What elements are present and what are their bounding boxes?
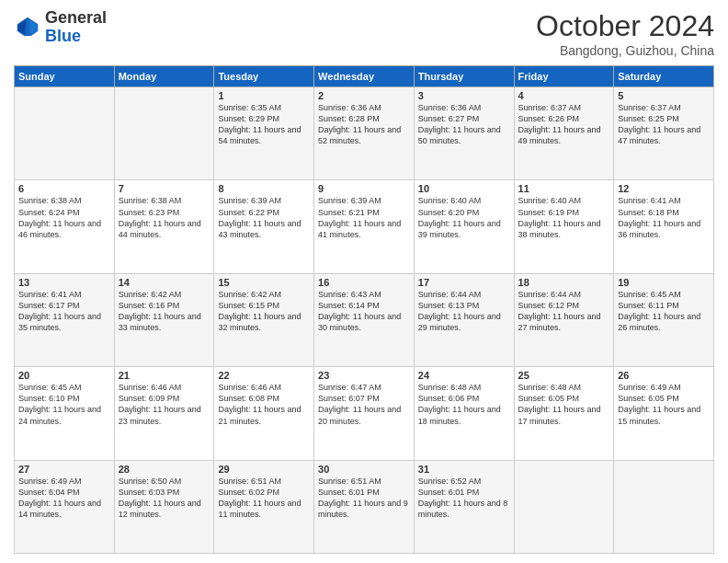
calendar-cell: 14Sunrise: 6:42 AM Sunset: 6:16 PM Dayli… (114, 273, 214, 366)
day-number: 15 (218, 277, 310, 288)
day-info: Sunrise: 6:45 AM Sunset: 6:10 PM Dayligh… (18, 382, 110, 427)
day-info: Sunrise: 6:42 AM Sunset: 6:16 PM Dayligh… (119, 289, 210, 334)
day-info: Sunrise: 6:36 AM Sunset: 6:27 PM Dayligh… (418, 102, 510, 147)
calendar-cell: 3Sunrise: 6:36 AM Sunset: 6:27 PM Daylig… (414, 87, 514, 180)
week-row-4: 27Sunrise: 6:49 AM Sunset: 6:04 PM Dayli… (15, 460, 714, 553)
calendar-cell: 10Sunrise: 6:40 AM Sunset: 6:20 PM Dayli… (414, 180, 514, 273)
calendar-cell: 1Sunrise: 6:35 AM Sunset: 6:29 PM Daylig… (214, 87, 314, 180)
day-info: Sunrise: 6:41 AM Sunset: 6:17 PM Dayligh… (18, 289, 110, 334)
day-number: 11 (518, 183, 610, 194)
calendar-cell: 9Sunrise: 6:39 AM Sunset: 6:21 PM Daylig… (314, 180, 415, 273)
day-number: 3 (418, 90, 510, 101)
day-info: Sunrise: 6:52 AM Sunset: 6:01 PM Dayligh… (418, 476, 510, 521)
day-header-wednesday: Wednesday (314, 66, 415, 87)
day-info: Sunrise: 6:40 AM Sunset: 6:19 PM Dayligh… (518, 195, 610, 240)
calendar-cell: 21Sunrise: 6:46 AM Sunset: 6:09 PM Dayli… (114, 367, 214, 460)
calendar-cell: 26Sunrise: 6:49 AM Sunset: 6:05 PM Dayli… (614, 367, 714, 460)
day-info: Sunrise: 6:50 AM Sunset: 6:03 PM Dayligh… (119, 476, 210, 521)
day-info: Sunrise: 6:37 AM Sunset: 6:25 PM Dayligh… (618, 102, 710, 147)
page: General Blue October 2024 Bangdong, Guiz… (0, 0, 728, 563)
calendar-cell (514, 460, 614, 553)
calendar-cell: 4Sunrise: 6:37 AM Sunset: 6:26 PM Daylig… (514, 87, 614, 180)
day-number: 9 (318, 183, 410, 194)
calendar-cell: 7Sunrise: 6:38 AM Sunset: 6:23 PM Daylig… (114, 180, 214, 273)
calendar-cell: 31Sunrise: 6:52 AM Sunset: 6:01 PM Dayli… (414, 460, 514, 553)
logo-blue: Blue (45, 28, 107, 46)
day-number: 10 (418, 183, 510, 194)
day-number: 28 (119, 464, 210, 475)
calendar-body: 1Sunrise: 6:35 AM Sunset: 6:29 PM Daylig… (15, 87, 714, 554)
day-header-saturday: Saturday (614, 66, 714, 87)
calendar-cell: 30Sunrise: 6:51 AM Sunset: 6:01 PM Dayli… (314, 460, 415, 553)
day-info: Sunrise: 6:49 AM Sunset: 6:05 PM Dayligh… (618, 382, 710, 427)
calendar-cell: 17Sunrise: 6:44 AM Sunset: 6:13 PM Dayli… (414, 273, 514, 366)
day-info: Sunrise: 6:47 AM Sunset: 6:07 PM Dayligh… (318, 382, 410, 427)
calendar-cell: 6Sunrise: 6:38 AM Sunset: 6:24 PM Daylig… (15, 180, 115, 273)
day-info: Sunrise: 6:45 AM Sunset: 6:11 PM Dayligh… (618, 289, 710, 334)
day-info: Sunrise: 6:39 AM Sunset: 6:22 PM Dayligh… (218, 195, 310, 240)
week-row-2: 13Sunrise: 6:41 AM Sunset: 6:17 PM Dayli… (15, 273, 714, 366)
calendar-cell: 27Sunrise: 6:49 AM Sunset: 6:04 PM Dayli… (15, 460, 115, 553)
day-number: 19 (618, 277, 710, 288)
location: Bangdong, Guizhou, China (536, 43, 714, 58)
calendar-cell (614, 460, 714, 553)
day-number: 13 (18, 277, 110, 288)
day-number: 24 (418, 370, 510, 381)
day-number: 7 (119, 183, 210, 194)
day-number: 2 (318, 90, 410, 101)
day-info: Sunrise: 6:42 AM Sunset: 6:15 PM Dayligh… (218, 289, 310, 334)
day-number: 17 (418, 277, 510, 288)
day-number: 6 (18, 183, 110, 194)
day-info: Sunrise: 6:36 AM Sunset: 6:28 PM Dayligh… (318, 102, 410, 147)
day-header-tuesday: Tuesday (214, 66, 314, 87)
day-info: Sunrise: 6:51 AM Sunset: 6:02 PM Dayligh… (218, 476, 310, 521)
day-number: 5 (618, 90, 710, 101)
calendar-cell: 16Sunrise: 6:43 AM Sunset: 6:14 PM Dayli… (314, 273, 415, 366)
calendar-cell (114, 87, 214, 180)
day-info: Sunrise: 6:48 AM Sunset: 6:05 PM Dayligh… (518, 382, 610, 427)
day-number: 4 (518, 90, 610, 101)
day-header-sunday: Sunday (15, 66, 115, 87)
calendar-cell: 19Sunrise: 6:45 AM Sunset: 6:11 PM Dayli… (614, 273, 714, 366)
day-number: 26 (618, 370, 710, 381)
day-number: 21 (119, 370, 210, 381)
day-number: 12 (618, 183, 710, 194)
calendar-cell: 18Sunrise: 6:44 AM Sunset: 6:12 PM Dayli… (514, 273, 614, 366)
calendar-cell: 20Sunrise: 6:45 AM Sunset: 6:10 PM Dayli… (15, 367, 115, 460)
day-info: Sunrise: 6:49 AM Sunset: 6:04 PM Dayligh… (18, 476, 110, 521)
day-number: 20 (18, 370, 110, 381)
day-number: 1 (218, 90, 310, 101)
header-row: SundayMondayTuesdayWednesdayThursdayFrid… (15, 66, 714, 87)
calendar-cell: 8Sunrise: 6:39 AM Sunset: 6:22 PM Daylig… (214, 180, 314, 273)
calendar-header: SundayMondayTuesdayWednesdayThursdayFrid… (15, 66, 714, 87)
day-info: Sunrise: 6:44 AM Sunset: 6:12 PM Dayligh… (518, 289, 610, 334)
day-info: Sunrise: 6:48 AM Sunset: 6:06 PM Dayligh… (418, 382, 510, 427)
calendar-cell: 24Sunrise: 6:48 AM Sunset: 6:06 PM Dayli… (414, 367, 514, 460)
calendar-cell: 13Sunrise: 6:41 AM Sunset: 6:17 PM Dayli… (15, 273, 115, 366)
calendar-cell: 5Sunrise: 6:37 AM Sunset: 6:25 PM Daylig… (614, 87, 714, 180)
day-number: 8 (218, 183, 310, 194)
day-info: Sunrise: 6:39 AM Sunset: 6:21 PM Dayligh… (318, 195, 410, 240)
day-number: 14 (119, 277, 210, 288)
day-number: 22 (218, 370, 310, 381)
calendar: SundayMondayTuesdayWednesdayThursdayFrid… (14, 65, 714, 554)
day-header-friday: Friday (514, 66, 614, 87)
day-number: 25 (518, 370, 610, 381)
day-info: Sunrise: 6:35 AM Sunset: 6:29 PM Dayligh… (218, 102, 310, 147)
day-info: Sunrise: 6:38 AM Sunset: 6:23 PM Dayligh… (119, 195, 210, 240)
day-info: Sunrise: 6:37 AM Sunset: 6:26 PM Dayligh… (518, 102, 610, 147)
day-number: 23 (318, 370, 410, 381)
logo-text: General Blue (45, 9, 107, 46)
title-block: October 2024 Bangdong, Guizhou, China (536, 9, 714, 58)
day-number: 30 (318, 464, 410, 475)
day-info: Sunrise: 6:40 AM Sunset: 6:20 PM Dayligh… (418, 195, 510, 240)
calendar-cell: 12Sunrise: 6:41 AM Sunset: 6:18 PM Dayli… (614, 180, 714, 273)
day-info: Sunrise: 6:43 AM Sunset: 6:14 PM Dayligh… (318, 289, 410, 334)
day-info: Sunrise: 6:38 AM Sunset: 6:24 PM Dayligh… (18, 195, 110, 240)
calendar-cell: 25Sunrise: 6:48 AM Sunset: 6:05 PM Dayli… (514, 367, 614, 460)
calendar-cell: 11Sunrise: 6:40 AM Sunset: 6:19 PM Dayli… (514, 180, 614, 273)
day-info: Sunrise: 6:51 AM Sunset: 6:01 PM Dayligh… (318, 476, 410, 521)
day-header-monday: Monday (114, 66, 214, 87)
calendar-cell (15, 87, 115, 180)
calendar-cell: 2Sunrise: 6:36 AM Sunset: 6:28 PM Daylig… (314, 87, 415, 180)
